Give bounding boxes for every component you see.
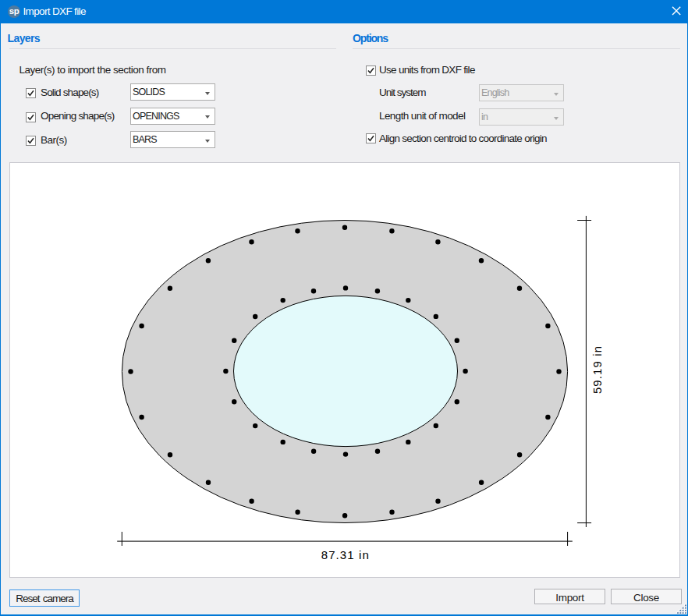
svg-text:87.31 in: 87.31 in [321, 548, 370, 561]
svg-text:59.19 in: 59.19 in [590, 345, 604, 394]
